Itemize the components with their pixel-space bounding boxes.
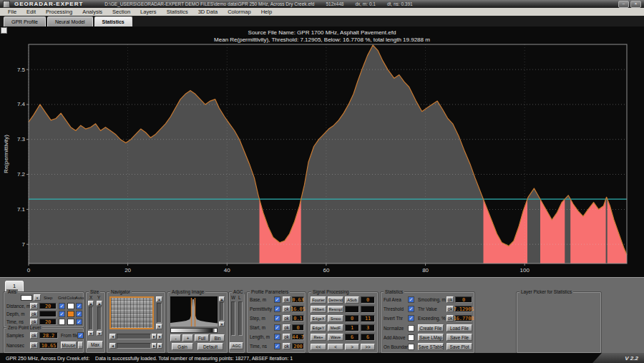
axis-time-grid-checkbox[interactable] xyxy=(59,319,65,325)
add-above-checkbox[interactable] xyxy=(408,334,414,341)
grayscale-gradient-bar[interactable] xyxy=(170,328,218,333)
gain-button[interactable]: Gain xyxy=(172,343,193,350)
permittivity-checkbox[interactable] xyxy=(274,306,280,312)
agc-w-slider[interactable] xyxy=(231,301,235,336)
step-value-field[interactable]: 0.1 xyxy=(292,315,304,321)
contrast-minus-button[interactable]: - xyxy=(170,334,181,342)
save-file-button[interactable]: Save File xyxy=(447,334,472,341)
full-button[interactable]: Full xyxy=(195,334,209,342)
samples-ok-button[interactable]: ok xyxy=(30,332,38,339)
signal-next-button[interactable]: > xyxy=(345,344,359,350)
histogram-scroll-up-button[interactable]: ▲ xyxy=(219,296,225,301)
tab-statistics[interactable]: Statistics xyxy=(94,16,132,26)
menu-processing[interactable]: Processing xyxy=(41,9,77,15)
navigator-h2-right2-button[interactable]: ► xyxy=(157,343,162,349)
save-stable-button[interactable]: Save STable xyxy=(418,343,444,350)
save-lmap-button[interactable]: Save LMap xyxy=(418,334,444,341)
edgex-button[interactable]: EdgeX xyxy=(311,315,326,322)
menu-statistics[interactable]: Statistics xyxy=(162,9,193,15)
hilbert-button[interactable]: Hilbert xyxy=(311,306,326,313)
menu-edit[interactable]: Edit xyxy=(21,9,41,15)
size-y-up-button[interactable]: ▲ xyxy=(97,301,102,306)
wave-field1[interactable]: 6 xyxy=(345,334,359,341)
menu-colormap[interactable]: Colormap xyxy=(223,9,256,15)
edgey-button[interactable]: EdgeY xyxy=(311,324,326,331)
axis-depth-auto-checkbox[interactable] xyxy=(76,311,82,317)
medf-field2[interactable]: 3 xyxy=(361,324,375,331)
axis-distance-auto-checkbox[interactable] xyxy=(76,303,82,309)
length-value-field[interactable]: 44.7 xyxy=(292,334,304,340)
length-ok-button[interactable]: ok xyxy=(283,334,291,340)
zero-point-more-button[interactable]: … xyxy=(78,342,83,349)
time-value-field[interactable]: 200 xyxy=(292,343,304,349)
axis-time-color-swatch[interactable] xyxy=(67,319,74,325)
axis-depth-step-field[interactable] xyxy=(39,311,57,317)
thr-value-ok-button[interactable]: ok xyxy=(447,306,454,312)
signal-prev-button[interactable]: < xyxy=(328,344,343,350)
navigator-scroll-up-button[interactable]: ▲ xyxy=(156,296,162,302)
axis-header-button[interactable]: ▾ xyxy=(34,294,41,301)
length-checkbox[interactable] xyxy=(274,334,280,340)
agc-button[interactable]: AGC xyxy=(230,342,243,349)
agc-l-slider[interactable] xyxy=(238,301,243,336)
axis-time-ok-button[interactable]: ok xyxy=(30,319,38,325)
normalize-checkbox[interactable] xyxy=(408,325,414,331)
axis-header-swatch[interactable] xyxy=(21,295,32,301)
thr-value-field[interactable]: 7.12905 xyxy=(455,306,472,312)
menu-layers[interactable]: Layers xyxy=(135,9,162,15)
axis-depth-color-swatch[interactable] xyxy=(67,311,74,317)
resplus-button[interactable]: Res+ xyxy=(311,334,326,341)
smoo-field1[interactable]: 0 xyxy=(345,315,359,322)
navigator-radargram-image[interactable] xyxy=(109,296,154,329)
default-button[interactable]: Default xyxy=(197,343,223,350)
wave-button[interactable]: Wave xyxy=(328,334,343,341)
from-file-checkbox[interactable] xyxy=(77,332,84,339)
asub-value-field[interactable]: 0 xyxy=(361,296,375,304)
step-ok-button[interactable]: ok xyxy=(283,315,291,321)
smoothing-value-field[interactable]: 0 xyxy=(455,296,472,303)
navigator-h2-left-button[interactable]: ◄ xyxy=(109,343,116,349)
menu-section[interactable]: Section xyxy=(107,9,135,15)
exceeding-value-field[interactable]: 16.7708 xyxy=(455,315,472,321)
axis-depth-grid-checkbox[interactable] xyxy=(59,311,65,317)
resmpl-field1[interactable] xyxy=(345,306,359,313)
nanosec-ok-button[interactable]: ok xyxy=(30,342,38,349)
permittivity-value-field[interactable]: 16.05 xyxy=(292,306,304,312)
wave-field2[interactable]: 6 xyxy=(361,334,375,341)
axis-distance-grid-checkbox[interactable] xyxy=(59,303,65,309)
resmpl-button[interactable]: Resmpl xyxy=(328,306,343,313)
size-x-up-button[interactable]: ▲ xyxy=(88,301,94,306)
histogram-scroll-down-button[interactable]: ▼ xyxy=(219,321,225,326)
on-boundary-checkbox[interactable] xyxy=(408,344,414,350)
base-value-field[interactable]: 0.63 xyxy=(292,296,304,303)
menu-analysis[interactable]: Analysis xyxy=(77,9,107,15)
smoo-button[interactable]: Smoo xyxy=(328,315,343,322)
axis-distance-ok-button[interactable]: ok xyxy=(30,303,38,309)
step-checkbox[interactable] xyxy=(274,315,280,321)
menu-file[interactable]: File xyxy=(3,9,21,15)
asub-button[interactable]: ASub xyxy=(345,296,359,304)
start-value-field[interactable]: 0 xyxy=(292,324,304,331)
menu-help[interactable]: Help xyxy=(256,9,277,15)
navigator-scroll-down-button[interactable]: ▼ xyxy=(156,324,162,329)
threshold-checkbox[interactable] xyxy=(408,306,414,312)
contrast-plus-button[interactable]: + xyxy=(182,334,193,342)
invert-thr-checkbox[interactable] xyxy=(408,315,414,321)
signal-first-button[interactable]: << xyxy=(311,344,326,350)
base-ok-button[interactable]: ok xyxy=(283,296,291,303)
axis-time-step-field[interactable]: 20 xyxy=(39,319,57,325)
load-file-button[interactable]: Load File xyxy=(447,324,472,331)
permittivity-ok-button[interactable]: ok xyxy=(283,306,291,312)
samples-value-field[interactable]: 28.2 xyxy=(39,332,58,339)
save-plot-button[interactable]: Save Plot xyxy=(447,343,472,350)
size-y-slider[interactable] xyxy=(97,306,102,330)
time-ok-button[interactable]: ok xyxy=(283,343,291,349)
base-checkbox[interactable] xyxy=(274,296,280,303)
detrend-button[interactable]: Detrend xyxy=(328,296,343,304)
medf-button[interactable]: MedF xyxy=(328,324,343,331)
fourier-button[interactable]: Fourier xyxy=(311,296,326,304)
exceeding-ok-button[interactable]: ok xyxy=(447,315,454,321)
navigator-h1-scrollbar[interactable] xyxy=(117,334,151,339)
size-x-down-button[interactable]: ▼ xyxy=(88,331,94,336)
signal-last-button[interactable]: >> xyxy=(361,344,375,350)
